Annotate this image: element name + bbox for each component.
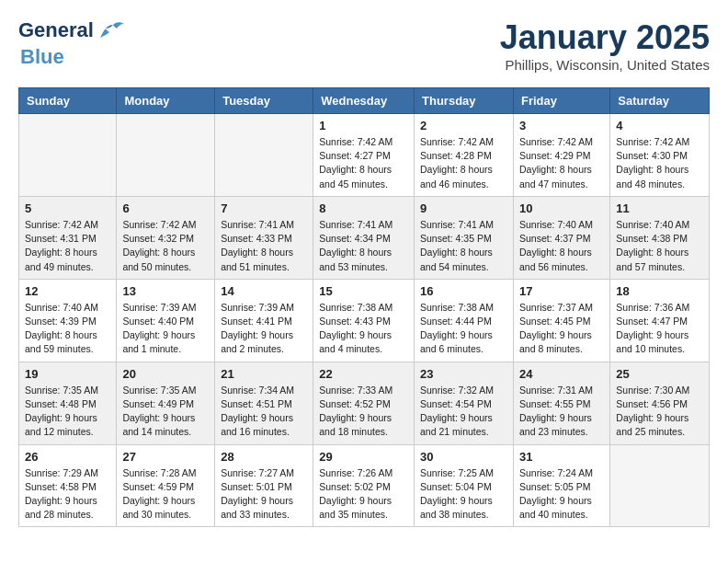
page-header: General Blue January 2025 Phillips, Wisc… <box>18 18 710 73</box>
calendar-cell: 22Sunrise: 7:33 AM Sunset: 4:52 PM Dayli… <box>313 362 415 444</box>
calendar-cell <box>215 114 313 197</box>
day-info: Sunrise: 7:31 AM Sunset: 4:55 PM Dayligh… <box>519 384 604 440</box>
day-info: Sunrise: 7:38 AM Sunset: 4:44 PM Dayligh… <box>420 301 507 357</box>
day-number: 24 <box>519 367 604 381</box>
calendar-cell: 26Sunrise: 7:29 AM Sunset: 4:58 PM Dayli… <box>19 444 117 527</box>
calendar-cell: 12Sunrise: 7:40 AM Sunset: 4:39 PM Dayli… <box>19 279 117 362</box>
calendar-cell: 3Sunrise: 7:42 AM Sunset: 4:29 PM Daylig… <box>513 114 609 197</box>
calendar-cell: 7Sunrise: 7:41 AM Sunset: 4:33 PM Daylig… <box>215 196 313 279</box>
calendar-cell: 18Sunrise: 7:36 AM Sunset: 4:47 PM Dayli… <box>610 279 710 362</box>
day-number: 29 <box>319 450 408 464</box>
calendar-week-row: 19Sunrise: 7:35 AM Sunset: 4:48 PM Dayli… <box>19 362 710 444</box>
day-info: Sunrise: 7:37 AM Sunset: 4:45 PM Dayligh… <box>519 301 604 357</box>
day-info: Sunrise: 7:30 AM Sunset: 4:56 PM Dayligh… <box>616 384 703 440</box>
month-title: January 2025 <box>500 18 710 57</box>
day-number: 25 <box>616 367 703 381</box>
day-info: Sunrise: 7:40 AM Sunset: 4:39 PM Dayligh… <box>25 301 110 357</box>
day-number: 21 <box>221 367 307 381</box>
day-number: 1 <box>319 119 408 132</box>
calendar-cell: 13Sunrise: 7:39 AM Sunset: 4:40 PM Dayli… <box>117 279 215 362</box>
day-number: 15 <box>319 284 408 298</box>
day-info: Sunrise: 7:41 AM Sunset: 4:35 PM Dayligh… <box>420 218 507 274</box>
day-number: 9 <box>420 201 507 215</box>
day-info: Sunrise: 7:33 AM Sunset: 4:52 PM Dayligh… <box>319 384 408 440</box>
day-number: 10 <box>519 201 604 215</box>
calendar-cell: 1Sunrise: 7:42 AM Sunset: 4:27 PM Daylig… <box>313 114 415 197</box>
day-number: 22 <box>319 367 408 381</box>
day-info: Sunrise: 7:42 AM Sunset: 4:28 PM Dayligh… <box>420 135 507 191</box>
calendar-cell: 16Sunrise: 7:38 AM Sunset: 4:44 PM Dayli… <box>415 279 514 362</box>
calendar-cell: 15Sunrise: 7:38 AM Sunset: 4:43 PM Dayli… <box>313 279 415 362</box>
calendar-cell: 30Sunrise: 7:25 AM Sunset: 5:04 PM Dayli… <box>415 444 514 527</box>
calendar-cell: 24Sunrise: 7:31 AM Sunset: 4:55 PM Dayli… <box>513 362 609 444</box>
day-info: Sunrise: 7:35 AM Sunset: 4:48 PM Dayligh… <box>25 384 110 440</box>
calendar-cell: 23Sunrise: 7:32 AM Sunset: 4:54 PM Dayli… <box>415 362 514 444</box>
calendar-table: SundayMondayTuesdayWednesdayThursdayFrid… <box>18 87 710 527</box>
weekday-header-friday: Friday <box>513 88 609 114</box>
day-number: 28 <box>221 450 307 464</box>
calendar-cell: 29Sunrise: 7:26 AM Sunset: 5:02 PM Dayli… <box>313 444 415 527</box>
day-number: 31 <box>519 450 604 464</box>
day-number: 12 <box>25 284 110 298</box>
logo: General Blue <box>18 18 126 69</box>
weekday-header-saturday: Saturday <box>610 88 710 114</box>
day-info: Sunrise: 7:25 AM Sunset: 5:04 PM Dayligh… <box>420 466 507 523</box>
calendar-cell: 2Sunrise: 7:42 AM Sunset: 4:28 PM Daylig… <box>415 114 514 197</box>
day-info: Sunrise: 7:32 AM Sunset: 4:54 PM Dayligh… <box>420 384 507 440</box>
day-number: 7 <box>221 201 307 215</box>
day-number: 8 <box>319 201 408 215</box>
calendar-cell: 31Sunrise: 7:24 AM Sunset: 5:05 PM Dayli… <box>513 444 609 527</box>
calendar-cell: 25Sunrise: 7:30 AM Sunset: 4:56 PM Dayli… <box>610 362 710 444</box>
day-info: Sunrise: 7:42 AM Sunset: 4:29 PM Dayligh… <box>519 135 604 191</box>
day-info: Sunrise: 7:42 AM Sunset: 4:30 PM Dayligh… <box>616 135 703 191</box>
weekday-header-row: SundayMondayTuesdayWednesdayThursdayFrid… <box>19 88 710 114</box>
day-info: Sunrise: 7:35 AM Sunset: 4:49 PM Dayligh… <box>122 384 209 440</box>
calendar-cell: 5Sunrise: 7:42 AM Sunset: 4:31 PM Daylig… <box>19 196 117 279</box>
day-info: Sunrise: 7:42 AM Sunset: 4:32 PM Dayligh… <box>122 218 209 274</box>
calendar-cell: 4Sunrise: 7:42 AM Sunset: 4:30 PM Daylig… <box>610 114 710 197</box>
weekday-header-tuesday: Tuesday <box>215 88 313 114</box>
day-number: 23 <box>420 367 507 381</box>
day-info: Sunrise: 7:34 AM Sunset: 4:51 PM Dayligh… <box>221 384 307 440</box>
day-number: 16 <box>420 284 507 298</box>
day-number: 3 <box>519 119 604 132</box>
calendar-cell: 8Sunrise: 7:41 AM Sunset: 4:34 PM Daylig… <box>313 196 415 279</box>
calendar-cell: 21Sunrise: 7:34 AM Sunset: 4:51 PM Dayli… <box>215 362 313 444</box>
day-info: Sunrise: 7:38 AM Sunset: 4:43 PM Dayligh… <box>319 301 408 357</box>
day-number: 6 <box>122 201 209 215</box>
day-number: 2 <box>420 119 507 132</box>
day-info: Sunrise: 7:40 AM Sunset: 4:37 PM Dayligh… <box>519 218 604 274</box>
day-number: 27 <box>122 450 209 464</box>
calendar-cell: 19Sunrise: 7:35 AM Sunset: 4:48 PM Dayli… <box>19 362 117 444</box>
day-number: 18 <box>616 284 703 298</box>
calendar-cell: 28Sunrise: 7:27 AM Sunset: 5:01 PM Dayli… <box>215 444 313 527</box>
calendar-week-row: 1Sunrise: 7:42 AM Sunset: 4:27 PM Daylig… <box>19 114 710 197</box>
calendar-week-row: 5Sunrise: 7:42 AM Sunset: 4:31 PM Daylig… <box>19 196 710 279</box>
calendar-week-row: 12Sunrise: 7:40 AM Sunset: 4:39 PM Dayli… <box>19 279 710 362</box>
day-info: Sunrise: 7:29 AM Sunset: 4:58 PM Dayligh… <box>25 466 110 523</box>
day-info: Sunrise: 7:41 AM Sunset: 4:34 PM Dayligh… <box>319 218 408 274</box>
calendar-cell <box>117 114 215 197</box>
day-info: Sunrise: 7:24 AM Sunset: 5:05 PM Dayligh… <box>519 466 604 523</box>
day-info: Sunrise: 7:41 AM Sunset: 4:33 PM Dayligh… <box>221 218 307 274</box>
logo-general: General <box>18 18 94 41</box>
day-number: 14 <box>221 284 307 298</box>
day-number: 30 <box>420 450 507 464</box>
calendar-cell <box>610 444 710 527</box>
day-number: 4 <box>616 119 703 132</box>
calendar-cell: 11Sunrise: 7:40 AM Sunset: 4:38 PM Dayli… <box>610 196 710 279</box>
day-info: Sunrise: 7:27 AM Sunset: 5:01 PM Dayligh… <box>221 466 307 523</box>
day-info: Sunrise: 7:40 AM Sunset: 4:38 PM Dayligh… <box>616 218 703 274</box>
calendar-cell: 17Sunrise: 7:37 AM Sunset: 4:45 PM Dayli… <box>513 279 609 362</box>
day-number: 11 <box>616 201 703 215</box>
calendar-cell: 20Sunrise: 7:35 AM Sunset: 4:49 PM Dayli… <box>117 362 215 444</box>
day-info: Sunrise: 7:39 AM Sunset: 4:40 PM Dayligh… <box>122 301 209 357</box>
day-number: 20 <box>122 367 209 381</box>
title-block: January 2025 Phillips, Wisconsin, United… <box>500 18 710 73</box>
logo-blue: Blue <box>20 45 64 68</box>
day-info: Sunrise: 7:36 AM Sunset: 4:47 PM Dayligh… <box>616 301 703 357</box>
calendar-cell: 10Sunrise: 7:40 AM Sunset: 4:37 PM Dayli… <box>513 196 609 279</box>
day-number: 13 <box>122 284 209 298</box>
day-info: Sunrise: 7:42 AM Sunset: 4:27 PM Dayligh… <box>319 135 408 191</box>
day-number: 5 <box>25 201 110 215</box>
